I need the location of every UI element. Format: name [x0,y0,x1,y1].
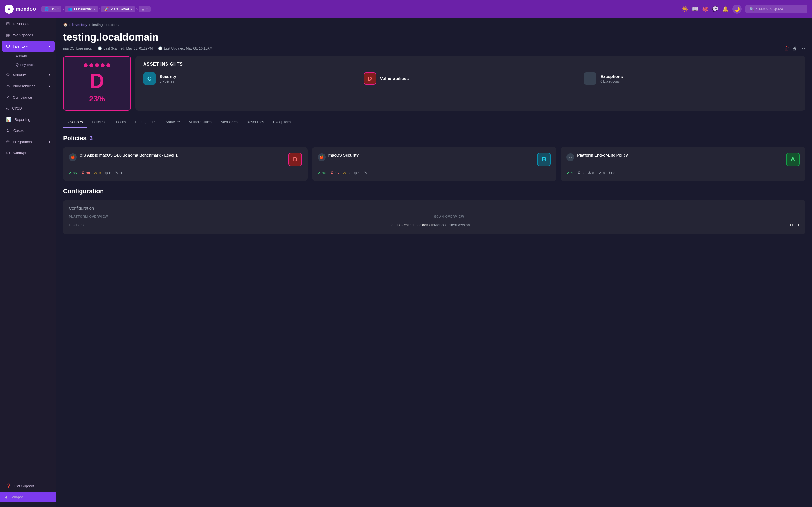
nav-sep-2: › [99,7,100,11]
chevron-down-icon-vuln: ▾ [49,84,50,88]
tab-policies[interactable]: Policies [87,116,109,128]
policy-stats-3: ✓ 1 ✗ 0 ⚠ 0 ⊘ 0 [566,171,800,175]
sidebar-item-settings[interactable]: ⚙ Settings [2,148,55,158]
search-bar[interactable]: 🔍 [746,5,808,13]
policy-stats-1: ✓ 29 ✗ 39 ⚠ 3 ⊘ 0 [69,171,302,175]
search-icon: 🔍 [749,7,754,11]
breadcrumb-current: testing.localdomain [92,22,123,27]
config-row-hostname: Hostname mondoo-testing.localdomain [69,221,434,229]
sidebar-item-compliance[interactable]: ✓ Compliance [2,92,55,103]
tab-vulnerabilities[interactable]: Vulnerabilities [185,116,216,128]
rocket-icon: 🚀 [104,7,109,11]
delete-button[interactable]: 🗑 [784,45,790,52]
nav-sep-3: › [136,7,138,11]
sidebar-item-getsupport[interactable]: ❓ Get Support [2,481,55,491]
security-sub: 3 Policies [160,79,176,83]
breadcrumb-inventory-link[interactable]: Inventory [72,22,87,27]
sidebar-item-inventory[interactable]: ⬡ Inventory ▴ [2,41,55,52]
check-icon-1: ✓ [69,171,72,175]
tab-advisories[interactable]: Advisories [216,116,242,128]
tab-exceptions[interactable]: Exceptions [269,116,296,128]
clock-icon-1: 🕐 [98,47,102,50]
theme-toggle[interactable]: 🌙 [732,4,742,13]
inventory-icon: ⬡ [6,44,10,49]
configuration-section: Configuration Configuration PLATFORM OVE… [56,187,812,241]
vulnerabilities-icon: ⚠ [6,83,10,89]
nav-right: ☀️ 📖 🐙 💬 🔔 🌙 🔍 [682,4,808,13]
stat-fail-3: ✗ 0 [577,171,583,175]
check-icon-3: ✓ [566,171,570,175]
exceptions-label: Exceptions [600,74,623,79]
search-input[interactable] [756,7,804,11]
sun-icon-button[interactable]: ☀️ [682,6,688,12]
score-dot-1 [84,63,88,67]
stat-fail-1: ✗ 39 [81,171,90,175]
slack-icon-button[interactable]: 💬 [712,6,718,12]
security-icon: ⊙ [6,72,10,77]
bell-icon-button[interactable]: 🔔 [722,6,728,12]
exceptions-sub: 0 Exceptions [600,79,623,83]
tab-data-queries[interactable]: Data Queries [130,116,161,128]
skip-icon-3: ⊘ [598,171,602,175]
insight-security: C Security 3 Policies [143,72,357,85]
stat-warn-2: ⚠ 0 [343,171,350,175]
policy-card-macos-security: 🍎 macOS Security B ✓ 16 ✗ 16 [312,147,557,181]
sidebar-item-security[interactable]: ⊙ Security ▾ [2,69,55,80]
home-icon[interactable]: 🏠 [63,22,68,27]
policy-name-1: CIS Apple macOS 14.0 Sonoma Benchmark - … [80,153,177,158]
tab-overview[interactable]: Overview [63,116,87,128]
sidebar-collapse-button[interactable]: ◀ Collapse [0,492,56,503]
skip-icon-2: ⊘ [354,171,357,175]
logo[interactable]: ● mondoo [4,4,36,13]
print-button[interactable]: 🖨 [792,45,797,52]
platform-label: macOS, bare metal [63,47,92,50]
grid-icon: ⊞ [142,7,145,11]
tab-checks[interactable]: Checks [109,116,130,128]
mondoo-version-key: Mondoo client version [434,223,470,227]
score-dot-2 [89,63,93,67]
chevron-down-icon-int: ▾ [49,140,50,144]
cicd-icon: ∞ [6,106,9,111]
sidebar-item-cases[interactable]: 🗂 Cases [2,125,55,136]
policies-section: Policies 3 🍎 CIS Apple macOS 14.0 Sonoma… [56,128,812,187]
security-info: Security 3 Policies [160,74,176,83]
main-content: 🏠 › Inventory › testing.localdomain test… [56,18,812,507]
more-options-button[interactable]: ⋯ [800,45,805,52]
nav-space[interactable]: 🚀 Mars Rover ▾ [101,6,135,12]
sidebar-item-assets[interactable]: Assets [12,52,55,60]
insights-columns: C Security 3 Policies D Vulnerabilities [143,72,797,85]
score-dot-3 [95,63,99,67]
config-row-mondoo-version: Mondoo client version 11.3.1 [434,221,800,229]
tab-resources[interactable]: Resources [242,116,269,128]
chevron-down-icon-security: ▾ [49,73,50,76]
github-icon-button[interactable]: 🐙 [702,6,708,12]
policy-card-cis: 🍎 CIS Apple macOS 14.0 Sonoma Benchmark … [63,147,308,181]
nav-grid[interactable]: ⊞ ▾ [139,6,151,12]
stat-pending-2: ↻ 0 [364,171,370,175]
stat-warn-1: ⚠ 3 [94,171,101,175]
config-card-title: Configuration [69,206,800,210]
page-actions: 🗑 🖨 ⋯ [784,45,805,52]
sidebar-item-reporting[interactable]: 📊 Reporting [2,114,55,125]
score-letter: D [90,71,104,91]
tab-software[interactable]: Software [161,116,185,128]
scan-overview-col: SCAN OVERVIEW Mondoo client version 11.3… [434,215,800,229]
sidebar-item-integrations[interactable]: ⊕ Integrations ▾ [2,136,55,147]
sidebar-item-dashboard[interactable]: ⊞ Dashboard [2,18,55,29]
top-navigation: ● mondoo 🌐 US ▾ › 👥 Lunalectric ▾ › 🚀 Ma… [0,0,812,18]
nav-org[interactable]: 👥 Lunalectric ▾ [65,6,98,12]
policy-card-eol: 🛡 Platform End-of-Life Policy A ✓ 1 ✗ 0 [561,147,805,181]
users-icon: 👥 [68,7,72,11]
sidebar-item-querypacks[interactable]: Query packs [12,61,55,69]
sidebar-item-cicd[interactable]: ∞ CI/CD [2,103,55,114]
clock-icon-2: 🕐 [158,47,162,50]
check-icon-2: ✓ [318,171,321,175]
sidebar-item-workspaces[interactable]: ▦ Workspaces [2,30,55,40]
policies-section-title: Policies 3 [63,135,805,142]
stat-warn-3: ⚠ 0 [588,171,594,175]
nav-region[interactable]: 🌐 US ▾ [42,6,61,12]
sidebar-item-vulnerabilities[interactable]: ⚠ Vulnerabilities ▾ [2,80,55,91]
scan-overview-header: SCAN OVERVIEW [434,215,800,218]
book-icon-button[interactable]: 📖 [692,6,698,12]
settings-icon: ⚙ [6,151,10,156]
